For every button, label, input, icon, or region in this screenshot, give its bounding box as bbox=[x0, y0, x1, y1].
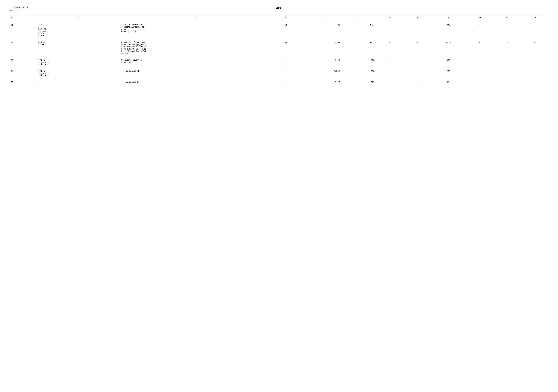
cell-row-i5-col12: – bbox=[521, 80, 549, 84]
cell-row-i4-col6: 250 bbox=[341, 69, 376, 77]
cell-row-i5-col8: – bbox=[403, 80, 431, 84]
cell-row-i4-col5: 0,543 bbox=[300, 69, 341, 77]
cell-row-ii-col5: 98 bbox=[300, 23, 341, 38]
table-row: I5 –"– То же, класса ВI т 0,2I 32I – – 6… bbox=[9, 80, 549, 84]
spacer-row bbox=[9, 55, 549, 58]
cell-row-i3-col3: Стоимость арматуры класса АI bbox=[120, 58, 272, 66]
cell-row-ii-col1: II bbox=[9, 23, 37, 38]
col-header-1: I bbox=[9, 15, 37, 20]
cell-row-i4-col3: То же, класса АШ bbox=[120, 69, 272, 77]
col-header-11: II bbox=[493, 15, 521, 20]
spacer-row bbox=[9, 20, 549, 23]
cell-row-ii-col12: – bbox=[521, 23, 549, 38]
cell-row-i2-col6: 59,2 bbox=[341, 41, 376, 55]
cell-row-i3-col8: – bbox=[403, 58, 431, 66]
cell-row-i3-col12: – bbox=[521, 58, 549, 66]
cell-row-i3-col5: 2,43 bbox=[300, 58, 341, 66]
cell-row-i4-col10: – bbox=[466, 69, 493, 77]
cell-row-ii-col7: – bbox=[376, 23, 403, 38]
spacer-row bbox=[9, 38, 549, 41]
col-header-12: I2 bbox=[521, 15, 549, 20]
cell-row-ii-col4: шт bbox=[272, 23, 300, 38]
cell-row-i5-col11: – bbox=[493, 80, 521, 84]
cell-row-i3-col10: – bbox=[466, 58, 493, 66]
cell-row-ii-col10: – bbox=[466, 23, 493, 38]
cell-row-i5-col6: 32I bbox=[341, 80, 376, 84]
cell-row-i2-col8: – bbox=[403, 41, 431, 55]
cell-row-i3-col6: 229 bbox=[341, 58, 376, 66]
table-row: II 7–5 I–5 ЕрЕр–28 тех.часть п.2.I стр.5… bbox=[9, 23, 549, 38]
cell-row-i4-col12: – bbox=[521, 69, 549, 77]
col-header-4: 4 bbox=[272, 15, 300, 20]
cell-row-i5-col1: I5 bbox=[9, 80, 37, 84]
cell-row-i5-col5: 0,2I bbox=[300, 80, 341, 84]
spacer-row bbox=[9, 77, 549, 80]
cell-row-i2-col11: – bbox=[493, 41, 521, 55]
table-row: I3 ССЦ МО тех.часть табл.3–I Стоимость а… bbox=[9, 58, 549, 66]
cell-row-i3-col4: т bbox=[272, 58, 300, 66]
cell-row-ii-col2: 7–5 I–5 ЕрЕр–28 тех.часть п.2.I стр.5 bbox=[37, 23, 120, 38]
cell-row-ii-col9: 376 bbox=[431, 23, 466, 38]
cell-row-i4-col8: – bbox=[403, 69, 431, 77]
cell-row-i2-col5: 52,92 bbox=[300, 41, 341, 55]
cell-row-i4-col2: ССЦ МО тех.часть табл.3–I bbox=[37, 69, 120, 77]
page-header: Т.п.50I–07–3.83 Ал.III.87 201 bbox=[9, 6, 549, 12]
cell-row-i3-col9: 556 bbox=[431, 58, 466, 66]
doc-ref-line2: Ал.III.87 bbox=[9, 9, 28, 12]
cell-row-i4-col11: – bbox=[493, 69, 521, 77]
cell-row-i2-col7: – bbox=[376, 41, 403, 55]
cell-row-i5-col3: То же, класса ВI bbox=[120, 80, 272, 84]
col-header-6: 6 bbox=[341, 15, 376, 20]
cell-row-i4-col1: I4 bbox=[9, 69, 37, 77]
doc-ref-line1: Т.п.50I–07–3.83 bbox=[9, 6, 28, 9]
col-header-9: 9 bbox=[431, 15, 466, 20]
cell-row-i3-col1: I3 bbox=[9, 58, 37, 66]
cell-row-i3-col7: – bbox=[376, 58, 403, 66]
col-header-8: 8 bbox=[403, 15, 431, 20]
cell-row-ii-col8: – bbox=[403, 23, 431, 38]
cell-row-i2-col12: – bbox=[521, 41, 549, 55]
cell-row-i3-col11: – bbox=[493, 58, 521, 66]
col-header-7: 7 bbox=[376, 15, 403, 20]
cell-row-i5-col10: – bbox=[466, 80, 493, 84]
cell-row-i5-col7: – bbox=[376, 80, 403, 84]
doc-reference: Т.п.50I–07–3.83 Ал.III.87 bbox=[9, 6, 28, 12]
col-header-5: 5 bbox=[300, 15, 341, 20]
cell-row-i2-col2: ССЦ МО 9–I23 bbox=[37, 41, 120, 55]
cell-row-i2-col4: м3 bbox=[272, 41, 300, 55]
cell-row-i5-col4: т bbox=[272, 80, 300, 84]
cell-row-ii-col11: – bbox=[493, 23, 521, 38]
cell-row-i5-col9: 67 bbox=[431, 80, 466, 84]
col-header-3: 3 bbox=[120, 15, 272, 20]
cell-row-ii-col6: 3,84 bbox=[341, 23, 376, 38]
cell-row-i2-col9: 3I33 bbox=[431, 41, 466, 55]
cell-row-i5-col2: –"– bbox=[37, 80, 120, 84]
cell-row-ii-col3: То же, с учетом интен- сивности движения… bbox=[120, 23, 272, 38]
cell-row-i4-col4: т bbox=[272, 69, 300, 77]
main-table: I 2 3 4 5 6 7 8 9 IO II I2 II 7–5 I–5 Ер… bbox=[9, 15, 549, 84]
cell-row-i2-col10: – bbox=[466, 41, 493, 55]
cell-row-i3-col2: ССЦ МО тех.часть табл.3–I bbox=[37, 58, 120, 66]
col-header-2: 2 bbox=[37, 15, 120, 20]
col-header-10: IO bbox=[466, 15, 493, 20]
cell-row-i4-col9: I36 bbox=[431, 69, 466, 77]
spacer-row bbox=[9, 66, 549, 69]
cell-row-i2-col1: I2 bbox=[9, 41, 37, 55]
table-header-row: I 2 3 4 5 6 7 8 9 IO II I2 bbox=[9, 15, 549, 20]
table-row: I2 ССЦ МО 9–I23 Стоимость сборных же- ле… bbox=[9, 41, 549, 55]
table-row: I4 ССЦ МО тех.часть табл.3–I То же, клас… bbox=[9, 69, 549, 77]
cell-row-i2-col3: Стоимость сборных же- лезобетонных фунда… bbox=[120, 41, 272, 55]
cell-row-i4-col7: – bbox=[376, 69, 403, 77]
page-number: 201 bbox=[28, 6, 530, 9]
